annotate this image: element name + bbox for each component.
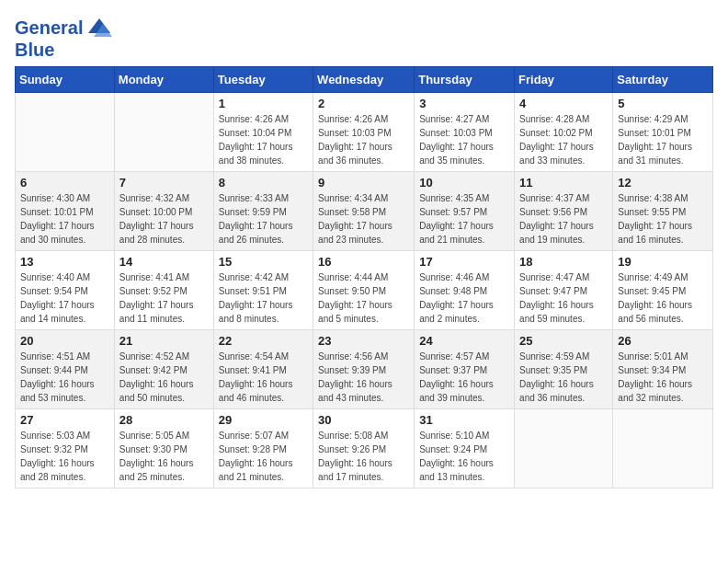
calendar-cell: 10Sunrise: 4:35 AM Sunset: 9:57 PM Dayli… (415, 172, 515, 251)
day-number: 22 (219, 334, 308, 348)
calendar-cell: 16Sunrise: 4:44 AM Sunset: 9:50 PM Dayli… (313, 251, 415, 330)
calendar-cell: 28Sunrise: 5:05 AM Sunset: 9:30 PM Dayli… (114, 409, 213, 488)
day-info: Sunrise: 5:05 AM Sunset: 9:30 PM Dayligh… (119, 429, 209, 484)
day-number: 16 (318, 255, 409, 269)
calendar-table: SundayMondayTuesdayWednesdayThursdayFrid… (15, 66, 713, 488)
day-info: Sunrise: 4:40 AM Sunset: 9:54 PM Dayligh… (20, 270, 109, 326)
day-info: Sunrise: 5:10 AM Sunset: 9:24 PM Dayligh… (419, 429, 509, 484)
calendar-cell: 25Sunrise: 4:59 AM Sunset: 9:35 PM Dayli… (515, 330, 613, 409)
calendar-cell: 12Sunrise: 4:38 AM Sunset: 9:55 PM Dayli… (613, 172, 713, 251)
day-info: Sunrise: 4:35 AM Sunset: 9:57 PM Dayligh… (419, 191, 509, 247)
day-number: 14 (119, 255, 209, 269)
day-number: 20 (20, 334, 109, 348)
day-info: Sunrise: 4:33 AM Sunset: 9:59 PM Dayligh… (219, 191, 308, 247)
day-number: 15 (219, 255, 308, 269)
day-number: 28 (119, 413, 209, 427)
calendar-cell: 21Sunrise: 4:52 AM Sunset: 9:42 PM Dayli… (114, 330, 213, 409)
day-info: Sunrise: 4:30 AM Sunset: 10:01 PM Daylig… (20, 191, 109, 247)
day-number: 5 (618, 97, 708, 110)
calendar-cell: 13Sunrise: 4:40 AM Sunset: 9:54 PM Dayli… (16, 251, 115, 330)
day-info: Sunrise: 4:29 AM Sunset: 10:01 PM Daylig… (618, 112, 708, 167)
day-number: 19 (618, 255, 708, 269)
day-info: Sunrise: 4:27 AM Sunset: 10:03 PM Daylig… (419, 112, 509, 167)
weekday-header: Monday (114, 67, 213, 93)
calendar-cell (515, 409, 613, 488)
calendar-cell: 1Sunrise: 4:26 AM Sunset: 10:04 PM Dayli… (213, 93, 313, 172)
day-info: Sunrise: 4:56 AM Sunset: 9:39 PM Dayligh… (318, 350, 409, 405)
day-info: Sunrise: 5:07 AM Sunset: 9:28 PM Dayligh… (219, 429, 308, 484)
day-number: 31 (419, 413, 509, 427)
day-info: Sunrise: 4:59 AM Sunset: 9:35 PM Dayligh… (519, 350, 608, 405)
calendar-cell: 30Sunrise: 5:08 AM Sunset: 9:26 PM Dayli… (313, 409, 415, 488)
day-info: Sunrise: 4:46 AM Sunset: 9:48 PM Dayligh… (419, 270, 509, 326)
day-info: Sunrise: 4:26 AM Sunset: 10:03 PM Daylig… (318, 112, 409, 167)
day-number: 11 (519, 176, 608, 190)
weekday-header: Wednesday (313, 67, 415, 93)
day-info: Sunrise: 4:49 AM Sunset: 9:45 PM Dayligh… (618, 270, 708, 326)
day-info: Sunrise: 4:44 AM Sunset: 9:50 PM Dayligh… (318, 270, 409, 326)
day-number: 17 (419, 255, 509, 269)
day-info: Sunrise: 4:38 AM Sunset: 9:55 PM Dayligh… (618, 191, 708, 247)
weekday-header: Thursday (415, 67, 515, 93)
calendar-cell: 24Sunrise: 4:57 AM Sunset: 9:37 PM Dayli… (415, 330, 515, 409)
logo: General Blue (15, 15, 112, 59)
calendar-cell: 15Sunrise: 4:42 AM Sunset: 9:51 PM Dayli… (213, 251, 313, 330)
calendar-week-row: 1Sunrise: 4:26 AM Sunset: 10:04 PM Dayli… (16, 93, 713, 172)
calendar-cell: 4Sunrise: 4:28 AM Sunset: 10:02 PM Dayli… (515, 93, 613, 172)
calendar-cell: 5Sunrise: 4:29 AM Sunset: 10:01 PM Dayli… (613, 93, 713, 172)
day-number: 26 (618, 334, 708, 348)
calendar-cell: 20Sunrise: 4:51 AM Sunset: 9:44 PM Dayli… (16, 330, 115, 409)
day-number: 8 (219, 176, 308, 190)
calendar-cell: 6Sunrise: 4:30 AM Sunset: 10:01 PM Dayli… (16, 172, 115, 251)
day-info: Sunrise: 5:01 AM Sunset: 9:34 PM Dayligh… (618, 350, 708, 405)
day-number: 3 (419, 97, 509, 110)
page-header: General Blue (15, 15, 713, 59)
logo-icon (86, 15, 112, 40)
calendar-week-row: 27Sunrise: 5:03 AM Sunset: 9:32 PM Dayli… (16, 409, 713, 488)
calendar-cell: 31Sunrise: 5:10 AM Sunset: 9:24 PM Dayli… (415, 409, 515, 488)
day-number: 10 (419, 176, 509, 190)
day-info: Sunrise: 4:37 AM Sunset: 9:56 PM Dayligh… (519, 191, 608, 247)
day-info: Sunrise: 4:54 AM Sunset: 9:41 PM Dayligh… (219, 350, 308, 405)
day-number: 23 (318, 334, 409, 348)
day-number: 9 (318, 176, 409, 190)
calendar-cell: 14Sunrise: 4:41 AM Sunset: 9:52 PM Dayli… (114, 251, 213, 330)
logo-blue: Blue (15, 40, 112, 59)
day-info: Sunrise: 4:57 AM Sunset: 9:37 PM Dayligh… (419, 350, 509, 405)
calendar-cell: 17Sunrise: 4:46 AM Sunset: 9:48 PM Dayli… (415, 251, 515, 330)
calendar-cell (16, 93, 115, 172)
day-info: Sunrise: 4:41 AM Sunset: 9:52 PM Dayligh… (119, 270, 209, 326)
day-number: 25 (519, 334, 608, 348)
day-number: 7 (119, 176, 209, 190)
day-number: 6 (20, 176, 109, 190)
day-number: 18 (519, 255, 608, 269)
calendar-cell: 19Sunrise: 4:49 AM Sunset: 9:45 PM Dayli… (613, 251, 713, 330)
calendar-cell (613, 409, 713, 488)
calendar-cell: 2Sunrise: 4:26 AM Sunset: 10:03 PM Dayli… (313, 93, 415, 172)
day-info: Sunrise: 4:51 AM Sunset: 9:44 PM Dayligh… (20, 350, 109, 405)
day-number: 13 (20, 255, 109, 269)
day-number: 21 (119, 334, 209, 348)
day-number: 2 (318, 97, 409, 110)
day-info: Sunrise: 4:47 AM Sunset: 9:47 PM Dayligh… (519, 270, 608, 326)
calendar-cell: 11Sunrise: 4:37 AM Sunset: 9:56 PM Dayli… (515, 172, 613, 251)
weekday-header: Tuesday (213, 67, 313, 93)
day-number: 1 (219, 97, 308, 110)
calendar-week-row: 20Sunrise: 4:51 AM Sunset: 9:44 PM Dayli… (16, 330, 713, 409)
calendar-cell: 29Sunrise: 5:07 AM Sunset: 9:28 PM Dayli… (213, 409, 313, 488)
day-number: 12 (618, 176, 708, 190)
day-info: Sunrise: 5:08 AM Sunset: 9:26 PM Dayligh… (318, 429, 409, 484)
day-info: Sunrise: 4:34 AM Sunset: 9:58 PM Dayligh… (318, 191, 409, 247)
weekday-header: Sunday (16, 67, 115, 93)
day-number: 29 (219, 413, 308, 427)
calendar-cell: 8Sunrise: 4:33 AM Sunset: 9:59 PM Daylig… (213, 172, 313, 251)
day-number: 27 (20, 413, 109, 427)
weekday-header: Saturday (613, 67, 713, 93)
day-number: 4 (519, 97, 608, 110)
day-info: Sunrise: 4:28 AM Sunset: 10:02 PM Daylig… (519, 112, 608, 167)
day-info: Sunrise: 4:42 AM Sunset: 9:51 PM Dayligh… (219, 270, 308, 326)
weekday-header: Friday (515, 67, 613, 93)
day-number: 30 (318, 413, 409, 427)
day-info: Sunrise: 4:32 AM Sunset: 10:00 PM Daylig… (119, 191, 209, 247)
calendar-cell: 9Sunrise: 4:34 AM Sunset: 9:58 PM Daylig… (313, 172, 415, 251)
